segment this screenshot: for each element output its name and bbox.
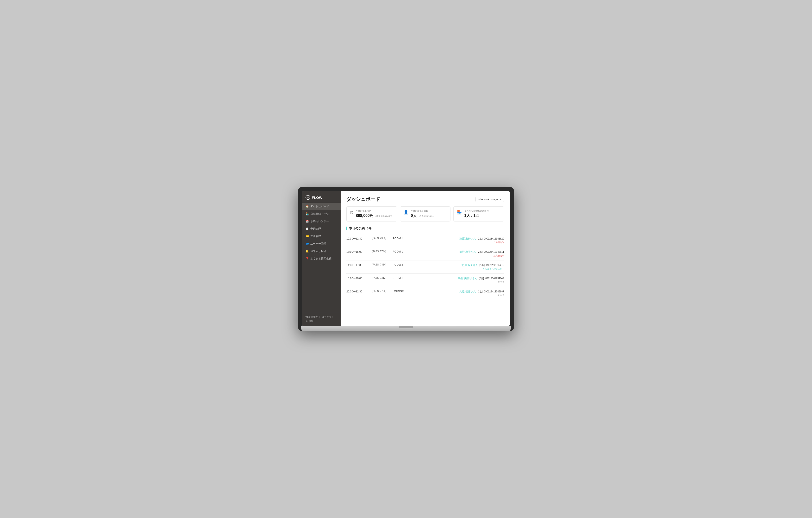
table-row[interactable]: 13:00〜15:00 [PASS: 7744] ROOM 1 前野 典子さん … — [346, 247, 504, 261]
res-time-4: 20:30〜22:30 — [346, 290, 368, 293]
res-pass-0: [PASS: 4938] — [372, 237, 389, 240]
sidebar-item-reservations[interactable]: 📋 予約管理 — [302, 225, 341, 233]
sidebar-item-dashboard[interactable]: 🏠 ダッシュボード — [302, 203, 341, 210]
sidebar-label-faq: よくある質問投稿 — [310, 257, 331, 261]
res-phone-1: 090123412346611 — [484, 251, 504, 253]
table-row[interactable]: 10:30〜12:30 [PASS: 4938] ROOM 1 藤原 宏行さん … — [346, 234, 504, 247]
stat-card-visits: 🏪 今月の来店者数/来店回数 1人 / 1回 — [453, 206, 504, 221]
stat-sub-members: /総合計 5,161人 — [419, 215, 434, 217]
res-room-1: ROOM 1 — [393, 250, 407, 253]
res-name-2: 北川 智子さん — [462, 263, 478, 267]
res-guests-4: [2名] — [477, 290, 483, 293]
res-pass-1: [PASS: 7744] — [372, 250, 389, 253]
store-selector-label: who work lounge — [478, 198, 498, 201]
main-content: ダッシュボード who work lounge ▼ ⚖ 今月の売上想定 898,… — [341, 191, 510, 326]
sidebar-footer: who 管理者 ｜ ログアウト ⚙ 設定 — [302, 312, 341, 326]
stat-value-sales: 898,000円 — [356, 214, 374, 218]
sidebar-label-calendar: 予約カレンダー — [310, 220, 329, 223]
app-name: FLOW — [312, 195, 322, 199]
chevron-down-icon: ▼ — [499, 198, 501, 200]
res-room-3: ROOM 1 — [393, 277, 407, 279]
res-right-3: 島村 美智子さん [2名] 09012341234949 未決済 — [458, 277, 504, 284]
users-icon: 👥 — [306, 242, 309, 245]
payment-icon: 💳 — [306, 235, 309, 238]
laptop-frame: ⊘ FLOW 🏠 ダッシュボード 🏪 店舗登録・一覧 📅 予約カレンダー 📋 — [298, 187, 514, 331]
store-icon: 🏪 — [306, 212, 309, 216]
table-row[interactable]: 20:30〜22:30 [PASS: 7720] LOUNGE 大迫 智彦さん … — [346, 287, 504, 300]
stats-row: ⚖ 今月の売上想定 898,000円 /決済済 36,000円 👤 今月の新規会… — [346, 206, 504, 221]
stat-label-sales: 今月の売上想定 — [356, 210, 392, 213]
stat-label-visits: 今月の来店者数/来店回数 — [464, 210, 489, 213]
sidebar-label-dashboard: ダッシュボード — [310, 205, 329, 208]
res-time-1: 13:00〜15:00 — [346, 250, 368, 254]
sidebar-item-faq[interactable]: ❓ よくある質問投稿 — [302, 255, 341, 262]
bell-icon: 🔔 — [306, 250, 309, 253]
status-badge-4: 未決済 — [498, 294, 504, 297]
stat-card-sales: ⚖ 今月の売上想定 898,000円 /決済済 36,000円 — [346, 206, 397, 221]
section-accent-bar — [346, 226, 347, 230]
res-right-1: 前野 典子さん [2名] 090123412346611 △決済失敗 — [459, 250, 504, 257]
sidebar-item-news[interactable]: 🔔 お知らせ投稿 — [302, 247, 341, 255]
res-status-2: ● 来店済 ◎ 決済完了 — [462, 267, 504, 271]
stat-value-members: 0人 — [411, 214, 417, 218]
logo-icon: ⊘ — [306, 195, 310, 200]
gear-icon: ⚙ — [306, 320, 308, 323]
res-phone-4: 090123412346687 — [484, 290, 504, 293]
sidebar-label-news: お知らせ投稿 — [310, 249, 326, 253]
stat-value-visits: 1人 / 1回 — [464, 214, 479, 218]
sidebar-label-reservations: 予約管理 — [310, 227, 321, 230]
balance-icon: ⚖ — [350, 210, 353, 215]
sidebar-nav: 🏠 ダッシュボード 🏪 店舗登録・一覧 📅 予約カレンダー 📋 予約管理 💳 — [302, 203, 341, 312]
res-time-3: 18:00〜20:00 — [346, 277, 368, 280]
building-icon: 🏪 — [457, 210, 462, 215]
res-name-4: 大迫 智彦さん — [459, 290, 476, 293]
sidebar-item-calendar[interactable]: 📅 予約カレンダー — [302, 218, 341, 225]
res-status-0: △決済失敗 — [459, 241, 504, 244]
res-right-2: 北川 智子さん [1名] 09012341234 15 ● 来店済 ◎ 決済完了 — [462, 263, 504, 271]
stat-card-members: 👤 今月の新規会員数 0人 /総合計 5,161人 — [400, 206, 451, 221]
footer-settings[interactable]: ⚙ 設定 — [306, 320, 337, 323]
status-badge-3: 未決済 — [498, 281, 504, 284]
table-row[interactable]: 14:30〜17:30 [PASS: 7384] ROOM 2 北川 智子さん … — [346, 261, 504, 274]
res-name-1: 前野 典子さん — [459, 250, 476, 254]
res-phone-2: 09012341234 15 — [486, 264, 504, 267]
res-room-2: ROOM 2 — [393, 263, 407, 266]
res-right-4: 大迫 智彦さん [2名] 090123412346687 未決済 — [459, 290, 504, 297]
status-badge-0: △決済失敗 — [493, 241, 504, 244]
screen: ⊘ FLOW 🏠 ダッシュボード 🏪 店舗登録・一覧 📅 予約カレンダー 📋 — [302, 191, 510, 326]
question-icon: ❓ — [306, 257, 309, 260]
person-icon: 👤 — [404, 210, 408, 215]
laptop-base — [301, 326, 511, 331]
table-row[interactable]: 18:00〜20:00 [PASS: 7312] ROOM 1 島村 美智子さん… — [346, 274, 504, 287]
res-status-3: 未決済 — [458, 281, 504, 284]
sidebar: ⊘ FLOW 🏠 ダッシュボード 🏪 店舗登録・一覧 📅 予約カレンダー 📋 — [302, 191, 341, 326]
calendar-icon: 📅 — [306, 220, 309, 223]
res-time-0: 10:30〜12:30 — [346, 237, 368, 241]
sidebar-item-users[interactable]: 👥 ユーザー管理 — [302, 240, 341, 247]
sidebar-label-payments: 決済管理 — [310, 235, 321, 238]
res-pass-3: [PASS: 7312] — [372, 277, 389, 279]
res-name-0: 藤原 宏行さん — [459, 237, 476, 241]
sidebar-label-store: 店舗登録・一覧 — [310, 212, 329, 216]
stat-sub-sales: /決済済 36,000円 — [375, 215, 392, 217]
res-guests-2: [1名] — [480, 264, 485, 267]
clipboard-icon: 📋 — [306, 227, 309, 230]
reservation-list: 10:30〜12:30 [PASS: 4938] ROOM 1 藤原 宏行さん … — [346, 234, 504, 300]
res-time-2: 14:30〜17:30 — [346, 263, 368, 267]
res-pass-4: [PASS: 7720] — [372, 290, 389, 293]
section-header: 本日の予約: 5件 — [346, 226, 504, 230]
sidebar-label-users: ユーザー管理 — [310, 242, 326, 246]
laptop-notch — [399, 326, 413, 328]
res-room-0: ROOM 1 — [393, 237, 407, 240]
store-selector[interactable]: who work lounge ▼ — [475, 197, 504, 202]
main-header: ダッシュボード who work lounge ▼ — [346, 196, 504, 202]
app-logo: ⊘ FLOW — [302, 191, 341, 203]
sidebar-item-payments[interactable]: 💳 決済管理 — [302, 233, 341, 240]
res-room-4: LOUNGE — [393, 290, 407, 293]
sidebar-item-store[interactable]: 🏪 店舗登録・一覧 — [302, 210, 341, 218]
res-pass-2: [PASS: 7384] — [372, 263, 389, 266]
status-badge-1: △決済失敗 — [493, 254, 504, 257]
res-phone-0: 090123412346620 — [484, 237, 504, 240]
home-icon: 🏠 — [306, 205, 309, 208]
footer-user[interactable]: who 管理者 ｜ ログアウト — [306, 315, 337, 319]
